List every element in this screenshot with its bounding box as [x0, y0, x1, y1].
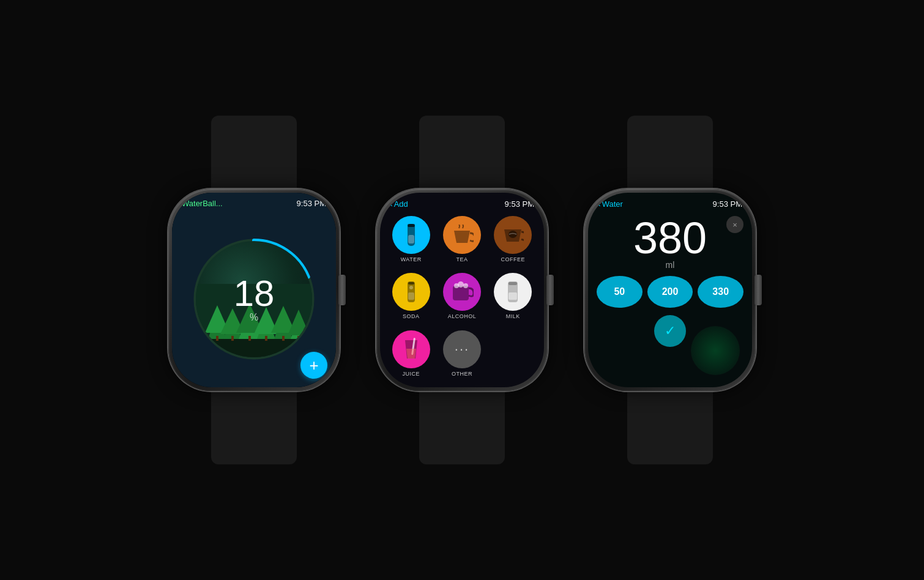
tea-circle [443, 216, 481, 254]
alcohol-circle [443, 273, 481, 311]
back-chevron-icon: ‹ [390, 199, 393, 209]
add-button[interactable]: + [300, 352, 327, 379]
drink-item-soda[interactable]: SODA [389, 273, 433, 324]
soda-label: SODA [403, 313, 420, 319]
preset-200[interactable]: 200 [647, 276, 693, 308]
watch-1: WaterBall... 9:53 PM [168, 116, 340, 464]
watch-case-3: ‹ Water 9:53 PM 380 × ml 50 200 330 [584, 189, 756, 391]
watch-case-2: ‹ Add 9:53 PM [376, 189, 548, 391]
preset-row: 50 200 330 [597, 276, 743, 308]
drink-item-juice[interactable]: JUICE [389, 330, 433, 381]
drink-item-milk[interactable]: MILK [491, 273, 535, 324]
watch-crown-3[interactable] [754, 275, 762, 305]
svg-rect-27 [408, 282, 414, 284]
circle-bg: 18 % [196, 241, 312, 357]
soda-circle [392, 273, 430, 311]
watch-case-1: WaterBall... 9:53 PM [168, 189, 340, 391]
screen1-body: 18 % + [172, 210, 336, 387]
screen-add: ‹ Add 9:53 PM [380, 193, 544, 387]
status-bar-3: ‹ Water 9:53 PM [588, 193, 752, 211]
time-3: 9:53 PM [713, 199, 742, 209]
status-bar-2: ‹ Add 9:53 PM [380, 193, 544, 211]
percentage-display: 18 % [234, 275, 275, 323]
juice-label: JUICE [402, 371, 420, 377]
status-bar-1: WaterBall... 9:53 PM [172, 193, 336, 210]
back-button-2[interactable]: ‹ Add [390, 199, 408, 209]
juice-icon [402, 338, 420, 361]
percentage-number: 18 [234, 275, 275, 312]
svg-rect-24 [408, 235, 414, 244]
screen-waterball: WaterBall... 9:53 PM [172, 193, 336, 387]
screen3-body: 380 × ml 50 200 330 ✓ [588, 211, 752, 387]
preset-330[interactable]: 330 [698, 276, 743, 308]
soda-icon [403, 280, 420, 303]
milk-circle [494, 273, 532, 311]
svg-rect-17 [231, 336, 234, 341]
band-bottom-1 [211, 391, 297, 464]
alcohol-icon [450, 281, 474, 303]
amount-number: 380 [633, 216, 707, 260]
svg-rect-23 [408, 224, 415, 227]
coffee-label: COFFEE [501, 256, 526, 262]
time-2: 9:53 PM [505, 199, 534, 209]
band-top-3 [627, 116, 713, 189]
back-label-3: Water [602, 199, 623, 209]
back-chevron-icon-3: ‹ [598, 199, 601, 209]
svg-point-33 [463, 283, 468, 288]
other-label: OTHER [452, 371, 472, 377]
band-top-2 [419, 116, 505, 189]
drink-item-tea[interactable]: TEA [439, 216, 484, 267]
svg-rect-20 [282, 336, 285, 341]
other-circle: ··· [443, 330, 481, 368]
screen-amount: ‹ Water 9:53 PM 380 × ml 50 200 330 [588, 193, 752, 387]
svg-rect-15 [196, 339, 312, 357]
app-title-1: WaterBall... [182, 199, 223, 208]
back-button-3[interactable]: ‹ Water [598, 199, 623, 209]
confirm-row: ✓ [597, 315, 743, 347]
water-label: WATER [401, 256, 422, 262]
band-bottom-2 [419, 391, 505, 464]
alcohol-label: ALCOHOL [448, 313, 477, 319]
drink-item-coffee[interactable]: COFFEE [491, 216, 535, 267]
coffee-icon [502, 225, 524, 245]
svg-rect-19 [265, 336, 267, 341]
svg-point-32 [458, 281, 464, 288]
drink-grid: WATER [380, 211, 544, 387]
drink-item-water[interactable]: WATER [389, 216, 433, 267]
svg-rect-18 [248, 336, 251, 341]
preset-50[interactable]: 50 [597, 276, 643, 308]
band-bottom-3 [627, 391, 713, 464]
svg-rect-16 [216, 336, 218, 341]
drink-item-alcohol[interactable]: ALCOHOL [439, 273, 484, 324]
svg-rect-35 [509, 282, 517, 285]
band-top-1 [211, 116, 297, 189]
watch-screen-1: WaterBall... 9:53 PM [172, 193, 336, 387]
svg-rect-28 [408, 292, 414, 300]
watch-crown-1[interactable] [338, 275, 346, 305]
watch-screen-3: ‹ Water 9:53 PM 380 × ml 50 200 330 [588, 193, 752, 387]
svg-rect-36 [509, 292, 517, 300]
close-button[interactable]: × [726, 216, 743, 233]
milk-label: MILK [506, 313, 520, 319]
svg-point-29 [409, 286, 413, 289]
tea-icon [450, 225, 474, 246]
other-dots: ··· [455, 341, 469, 357]
watch-3: ‹ Water 9:53 PM 380 × ml 50 200 330 [584, 116, 756, 464]
coffee-circle [494, 216, 532, 254]
watch-screen-2: ‹ Add 9:53 PM [380, 193, 544, 387]
back-label-2: Add [394, 199, 408, 209]
tea-label: TEA [456, 256, 468, 262]
watch-crown-2[interactable] [546, 275, 554, 305]
juice-circle [392, 330, 430, 368]
confirm-button[interactable]: ✓ [654, 315, 686, 347]
water-circle [392, 216, 430, 254]
watch-2: ‹ Add 9:53 PM [376, 116, 548, 464]
drink-item-other[interactable]: ··· OTHER [439, 330, 484, 381]
amount-row: 380 × [597, 214, 743, 260]
water-icon [401, 223, 421, 247]
milk-icon [504, 280, 521, 303]
svg-rect-21 [297, 336, 300, 341]
time-1: 9:53 PM [297, 199, 326, 208]
